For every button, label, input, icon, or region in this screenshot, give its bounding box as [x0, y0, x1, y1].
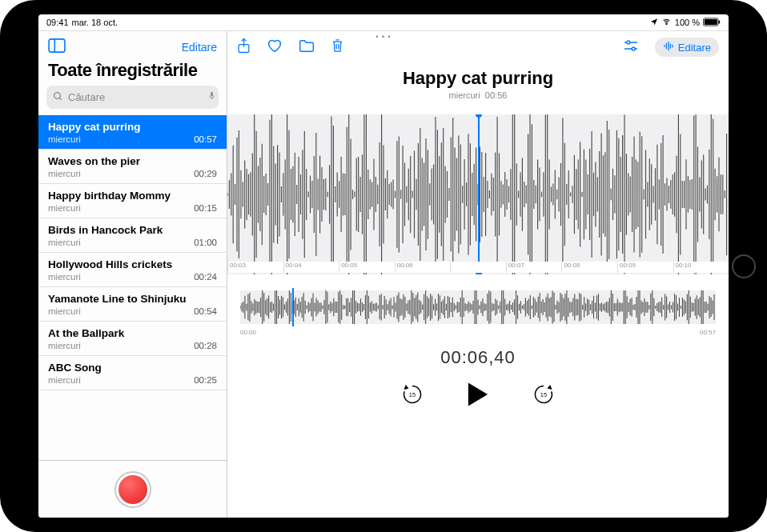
svg-rect-8 [211, 92, 213, 97]
timeline-tick: 00:09 [617, 262, 673, 273]
waveform-zoomed[interactable]: 00:0300:0400:0500:0600:0700:0800:0900:10 [227, 114, 729, 274]
recording-row-title: Yamanote Line to Shinjuku [48, 293, 217, 305]
playhead[interactable] [478, 114, 480, 274]
recording-row-title: Birds in Hancock Park [48, 224, 217, 236]
svg-line-7 [59, 98, 62, 100]
timeline-tick [450, 262, 506, 273]
svg-rect-2 [705, 19, 717, 25]
main-panel: Editare Happy cat purring miercuri 00:56… [227, 31, 729, 518]
timeline-tick: 00:06 [395, 262, 451, 273]
recording-row-day: miercuri [48, 341, 81, 350]
recording-row-title: Happy cat purring [48, 121, 217, 133]
waveform-overview[interactable] [240, 290, 716, 324]
svg-text:15: 15 [540, 391, 547, 398]
recording-row[interactable]: Happy birthday Mommymiercuri00:15 [38, 184, 227, 218]
delete-button[interactable] [331, 38, 344, 57]
options-button[interactable] [623, 39, 639, 55]
recording-row[interactable]: Birds in Hancock Parkmiercuri01:00 [38, 218, 227, 253]
timeline-tick: 00:10 [673, 262, 729, 273]
overview-times: 00:00 00:57 [240, 329, 716, 336]
multitask-grabber[interactable]: • • • [375, 33, 391, 41]
recording-row-duration: 01:00 [194, 238, 217, 247]
svg-point-12 [627, 41, 630, 44]
sidebar-title: Toate înregistrările [38, 57, 227, 86]
recording-row-day: miercuri [48, 272, 81, 282]
edit-recording-button[interactable]: Editare [655, 38, 719, 57]
skip-back-15-button[interactable]: 15 [400, 382, 424, 410]
svg-text:15: 15 [409, 391, 416, 398]
recording-row[interactable]: Waves on the piermiercuri00:29 [38, 150, 227, 184]
home-button[interactable] [732, 254, 756, 278]
status-time: 09:41 [46, 18, 69, 27]
svg-point-0 [666, 24, 667, 25]
recording-row[interactable]: Happy cat purringmiercuri00:57 [38, 115, 227, 150]
status-bar: 09:41 mar. 18 oct. 100 % [38, 14, 729, 30]
recording-row[interactable]: At the Ballparkmiercuri00:28 [38, 322, 227, 356]
recording-row-day: miercuri [48, 203, 81, 213]
recording-row-title: ABC Song [48, 362, 217, 374]
timeline-tick: 00:04 [283, 262, 339, 273]
recording-row-duration: 00:29 [194, 169, 217, 178]
sidebar: Editare Toate înregistrările Happy cat p [38, 31, 227, 518]
recording-row-day: miercuri [48, 169, 81, 178]
svg-point-6 [54, 92, 61, 98]
search-icon [53, 90, 63, 105]
recording-row-duration: 00:15 [194, 203, 217, 213]
status-date: mar. 18 oct. [72, 18, 118, 27]
timeline-tick: 00:03 [227, 262, 283, 273]
svg-rect-4 [49, 39, 65, 52]
svg-rect-3 [718, 20, 720, 23]
svg-point-14 [632, 47, 635, 50]
wifi-icon [661, 18, 672, 27]
recording-row-day: miercuri [48, 238, 81, 247]
edit-recording-label: Editare [678, 42, 711, 54]
share-button[interactable] [237, 38, 251, 57]
location-icon [650, 18, 658, 27]
recording-row-day: miercuri [48, 306, 81, 316]
recording-title: Happy cat purring [227, 68, 729, 89]
folder-button[interactable] [299, 39, 315, 56]
record-button[interactable] [116, 473, 150, 506]
mic-icon[interactable] [207, 90, 216, 105]
timeline-tick: 00:05 [339, 262, 395, 273]
recording-row-duration: 00:25 [194, 375, 217, 385]
recording-subtitle: miercuri 00:56 [227, 90, 729, 100]
recording-row-day: miercuri [48, 134, 81, 144]
recording-row[interactable]: Hollywood Hills cricketsmiercuri00:24 [38, 253, 227, 287]
sidebar-toggle-button[interactable] [48, 38, 66, 56]
timeline-tick: 00:07 [506, 262, 562, 273]
recording-row-duration: 00:54 [194, 306, 217, 316]
sidebar-edit-button[interactable]: Editare [182, 41, 217, 54]
recordings-list: Happy cat purringmiercuri00:57Waves on t… [38, 115, 227, 460]
search-field[interactable] [46, 86, 219, 109]
recording-row-duration: 00:28 [194, 341, 217, 350]
recording-row-day: miercuri [48, 375, 81, 385]
skip-forward-15-button[interactable]: 15 [532, 382, 556, 410]
recording-row-title: Hollywood Hills crickets [48, 258, 217, 270]
overview-cursor[interactable] [292, 288, 294, 326]
battery-icon [703, 18, 721, 28]
playback-controls: 15 15 [227, 381, 729, 411]
recording-row-duration: 00:57 [194, 134, 217, 144]
recording-row-duration: 00:24 [194, 272, 217, 282]
search-input[interactable] [68, 91, 203, 103]
timeline-ticks: 00:0300:0400:0500:0600:0700:0800:0900:10 [227, 262, 729, 273]
recording-row[interactable]: Yamanote Line to Shinjukumiercuri00:54 [38, 287, 227, 322]
battery-percent: 100 % [675, 18, 700, 27]
recording-row-title: At the Ballpark [48, 327, 217, 339]
recording-row[interactable]: ABC Songmiercuri00:25 [38, 356, 227, 390]
favorite-button[interactable] [267, 38, 283, 56]
recording-row-title: Happy birthday Mommy [48, 190, 217, 202]
play-button[interactable] [466, 381, 490, 411]
current-time: 00:06,40 [227, 347, 729, 368]
waveform-icon [663, 41, 675, 54]
timeline-tick: 00:08 [561, 262, 617, 273]
recording-row-title: Waves on the pier [48, 155, 217, 167]
